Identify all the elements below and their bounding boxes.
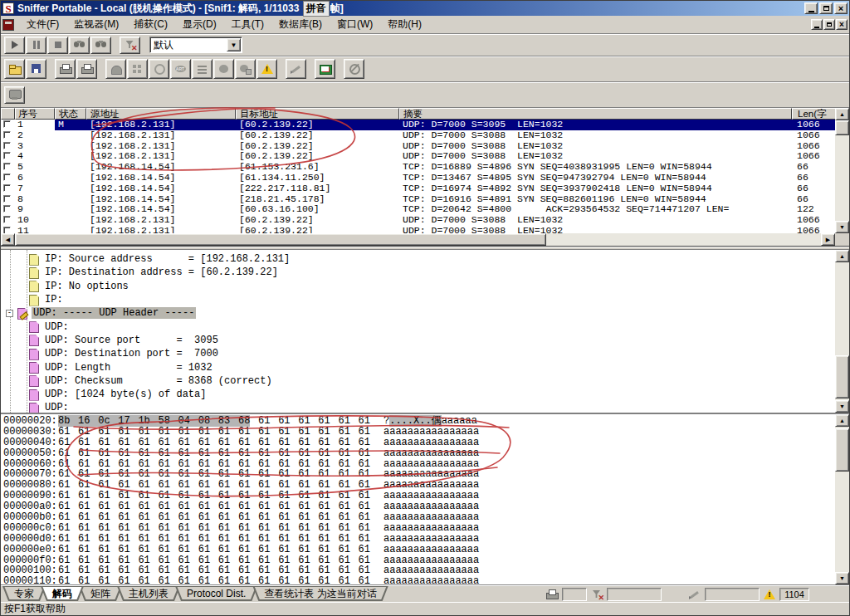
- scroll-down-button[interactable]: ▼: [835, 221, 849, 233]
- monitor-view-button[interactable]: [4, 86, 25, 104]
- hex-row[interactable]: 00000110:61 61 61 61 61 61 61 61 61 61 6…: [3, 576, 835, 584]
- tab-matrix[interactable]: 矩阵: [79, 586, 122, 601]
- cancel-button[interactable]: [344, 59, 364, 79]
- row-checkbox[interactable]: [3, 195, 11, 203]
- protocol-distribution-button[interactable]: [192, 59, 212, 79]
- tree-line[interactable]: UDP: Destination port = 7000: [1, 347, 835, 360]
- col-header-source[interactable]: 源地址: [86, 108, 236, 120]
- menu-item-2[interactable]: 捕获(C): [126, 16, 175, 33]
- menu-item-0[interactable]: 文件(F): [19, 16, 66, 33]
- tree-vertical-scrollbar[interactable]: ▲ ▼: [835, 250, 849, 413]
- scroll-down-button[interactable]: ▼: [835, 400, 849, 413]
- history-samples-button[interactable]: [235, 59, 256, 79]
- hex-row[interactable]: 000000e0:61 61 61 61 61 61 61 61 61 61 6…: [3, 545, 835, 555]
- table-row[interactable]: 1M[192.168.2.131][60.2.139.22]UDP: D=700…: [1, 120, 835, 130]
- hex-row[interactable]: 00000030:61 61 61 61 61 61 61 61 61 61 6…: [3, 427, 835, 438]
- host-table-button[interactable]: [127, 59, 148, 79]
- display-capture-button[interactable]: [90, 37, 111, 54]
- print-report-button[interactable]: [76, 59, 97, 79]
- stop-and-display-button[interactable]: [69, 37, 90, 54]
- tree-line[interactable]: UDP: Checksum = 8368 (correct): [1, 374, 835, 388]
- tree-line[interactable]: -UDP: ----- UDP Header -----: [1, 306, 835, 320]
- scroll-thumb[interactable]: [835, 355, 849, 398]
- tree-line[interactable]: IP: Source address = [192.168.2.131]: [1, 252, 835, 266]
- tree-line[interactable]: UDP: Length = 1032: [1, 360, 835, 374]
- col-header-summary[interactable]: 摘要: [399, 108, 792, 120]
- hscroll-thumb[interactable]: [15, 233, 546, 246]
- table-row[interactable]: 4[192.168.2.131][60.2.139.22]UDP: D=7000…: [1, 151, 835, 162]
- tab-host-table[interactable]: 主机列表: [117, 586, 180, 601]
- table-row[interactable]: 11[192.168.2.131][60.2.139.22]UDP: D=700…: [1, 226, 835, 233]
- table-row[interactable]: 3[192.168.2.131][60.2.139.22]UDP: D=7000…: [1, 141, 835, 152]
- scroll-thumb[interactable]: [835, 120, 849, 135]
- table-row[interactable]: 7[192.168.14.54][222.217.118.81]TCP: D=1…: [1, 183, 835, 194]
- profile-combobox[interactable]: 默认 ▼: [149, 37, 242, 53]
- col-header-length[interactable]: Len(字: [792, 108, 835, 120]
- help-book-button[interactable]: [315, 59, 335, 79]
- tab-expert[interactable]: 专家: [2, 586, 46, 601]
- define-filter-button[interactable]: [120, 37, 140, 54]
- hex-row[interactable]: 00000020:8b 16 0c 17 1b 58 04 08 83 68 6…: [3, 416, 835, 427]
- combo-dropdown-button[interactable]: ▼: [227, 38, 241, 51]
- stop-capture-button[interactable]: [47, 37, 68, 54]
- tab-statistics[interactable]: 查看统计表 为这当前对话: [252, 586, 388, 601]
- table-row[interactable]: 8[192.168.14.54][218.21.45.178]TCP: D=16…: [1, 194, 835, 205]
- hex-row[interactable]: 00000050:61 61 61 61 61 61 61 61 61 61 6…: [3, 448, 835, 459]
- close-button[interactable]: ×: [834, 2, 848, 14]
- mdi-minimize-button[interactable]: [811, 19, 823, 30]
- row-checkbox[interactable]: [3, 216, 11, 223]
- tab-decode[interactable]: 解码: [41, 586, 84, 601]
- row-checkbox[interactable]: [3, 184, 11, 192]
- menu-item-4[interactable]: 工具(T): [224, 16, 271, 33]
- print-button[interactable]: [55, 59, 76, 79]
- scroll-down-button[interactable]: ▼: [835, 572, 849, 584]
- packet-vertical-scrollbar[interactable]: ▲ ▼: [835, 108, 849, 233]
- menu-item-1[interactable]: 监视器(M): [66, 16, 126, 33]
- scroll-thumb[interactable]: [835, 428, 849, 472]
- row-checkbox[interactable]: [3, 120, 11, 128]
- row-checkbox[interactable]: [3, 227, 11, 233]
- row-checkbox[interactable]: [3, 131, 11, 139]
- tab-protocol-dist[interactable]: Protocol Dist.: [175, 586, 257, 601]
- hex-vertical-scrollbar[interactable]: ▲ ▼: [835, 414, 849, 584]
- packet-horizontal-scrollbar[interactable]: ◀ ▶: [1, 233, 849, 246]
- col-header-checkbox[interactable]: [1, 108, 15, 120]
- dashboard-button[interactable]: [105, 59, 126, 79]
- hex-row[interactable]: 000000d0:61 61 61 61 61 61 61 61 61 61 6…: [3, 534, 835, 545]
- col-header-status[interactable]: 状态: [55, 108, 86, 120]
- hex-row[interactable]: 000000c0:61 61 61 61 61 61 61 61 61 61 6…: [3, 523, 835, 534]
- visual-filter-button[interactable]: [286, 59, 306, 79]
- restore-button[interactable]: [819, 2, 833, 14]
- mdi-system-icon[interactable]: [2, 19, 14, 31]
- save-file-button[interactable]: [26, 59, 46, 79]
- global-statistics-button[interactable]: [213, 59, 234, 79]
- mdi-close-button[interactable]: ×: [836, 19, 848, 30]
- tree-line[interactable]: UDP: [1024 byte(s) of data]: [1, 388, 835, 401]
- app-icon[interactable]: S: [2, 2, 14, 14]
- menu-item-5[interactable]: 数据库(B): [271, 16, 330, 33]
- scroll-right-button[interactable]: ▶: [821, 233, 835, 246]
- tree-line[interactable]: UDP:: [1, 401, 835, 413]
- open-file-button[interactable]: [4, 59, 25, 79]
- scroll-up-button[interactable]: ▲: [835, 250, 849, 262]
- tree-line[interactable]: UDP: Source port = 3095: [1, 334, 835, 347]
- hex-row[interactable]: 00000040:61 61 61 61 61 61 61 61 61 61 6…: [3, 438, 835, 448]
- application-response-time-button[interactable]: [170, 59, 191, 79]
- scroll-up-button[interactable]: ▲: [835, 108, 849, 120]
- tree-line[interactable]: IP:: [1, 293, 835, 306]
- tree-line[interactable]: IP: Destination address = [60.2.139.22]: [1, 266, 835, 279]
- table-row[interactable]: 5[192.168.14.54][61.153.231.6]TCP: D=168…: [1, 162, 835, 173]
- row-checkbox[interactable]: [3, 205, 11, 213]
- row-checkbox[interactable]: [3, 142, 11, 149]
- minimize-button[interactable]: [804, 2, 818, 14]
- table-row[interactable]: 6[192.168.14.54][61.134.11.250]TCP: D=13…: [1, 173, 835, 183]
- tree-line[interactable]: IP: No options: [1, 280, 835, 293]
- menu-item-6[interactable]: 窗口(W): [330, 16, 380, 33]
- mdi-restore-button[interactable]: [823, 19, 835, 30]
- pause-capture-button[interactable]: [26, 37, 46, 54]
- col-header-no[interactable]: 序号: [15, 108, 55, 120]
- matrix-button[interactable]: [149, 59, 169, 79]
- table-row[interactable]: 10[192.168.2.131][60.2.139.22]UDP: D=700…: [1, 215, 835, 226]
- expand-box[interactable]: -: [6, 310, 13, 317]
- menu-item-7[interactable]: 帮助(H): [380, 16, 429, 33]
